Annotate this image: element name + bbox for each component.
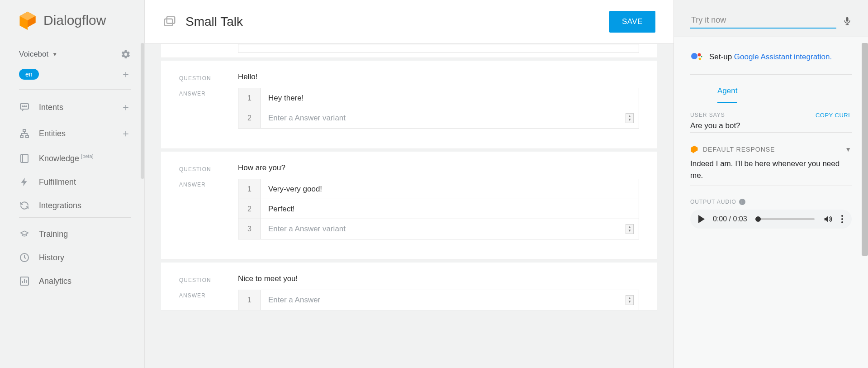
nav-label: Intents <box>39 103 112 112</box>
book-icon <box>19 153 30 164</box>
main: Small Talk SAVE QUESTION Hello! ANSWER 1 <box>145 0 674 368</box>
response-source[interactable]: DEFAULT RESPONSE ▼ <box>690 145 852 153</box>
nav-intents[interactable]: Intents ＋ <box>0 94 144 120</box>
user-says-text: Are you a bot? <box>690 121 852 133</box>
agent-name: Voicebot <box>19 50 48 59</box>
answer-index: 3 <box>238 219 261 239</box>
svg-point-15 <box>691 53 697 59</box>
divider <box>690 74 852 75</box>
answer-index: 1 <box>238 88 261 108</box>
answer-placeholder[interactable]: Enter a Answer variant <box>261 219 621 239</box>
svg-point-16 <box>698 53 701 57</box>
nav-entities[interactable]: Entities ＋ <box>0 120 144 147</box>
google-assistant-link[interactable]: Google Assistant integration. <box>734 53 832 61</box>
svg-rect-13 <box>165 19 173 26</box>
qa-list: QUESTION Hello! ANSWER 1 Hey there! 2 En… <box>145 44 674 368</box>
kebab-icon[interactable] <box>841 215 844 224</box>
try-it-input[interactable] <box>690 13 836 29</box>
answer-row-new[interactable]: 2 Enter a Answer variant ▲▼ <box>238 108 639 128</box>
hierarchy-icon <box>19 128 30 139</box>
qa-card-partial <box>161 44 657 58</box>
audio-scrubber[interactable] <box>755 218 815 220</box>
answer-stepper[interactable]: ▲▼ <box>621 219 639 239</box>
answer-row-new[interactable]: 3 Enter a Answer variant ▲▼ <box>238 219 639 239</box>
page-title: Small Talk <box>185 14 243 29</box>
save-button[interactable]: SAVE <box>609 11 655 33</box>
google-assistant-row: Set-up Google Assistant integration. <box>690 46 852 74</box>
graduation-cap-icon <box>19 229 30 239</box>
nav-integrations[interactable]: Integrations <box>0 194 144 217</box>
microphone-icon[interactable] <box>843 15 852 27</box>
bar-chart-icon <box>19 276 30 287</box>
output-audio-label: OUTPUT AUDIO i <box>690 199 852 205</box>
google-assistant-icon <box>690 51 703 63</box>
answer-placeholder[interactable]: Enter a Answer <box>261 290 621 310</box>
qa-card: QUESTION Hello! ANSWER 1 Hey there! 2 En… <box>161 61 657 149</box>
volume-icon[interactable] <box>823 214 833 224</box>
brand-name: Dialogflow <box>43 13 106 28</box>
nav-label: History <box>39 253 131 263</box>
gear-icon[interactable] <box>121 49 131 59</box>
nav-analytics[interactable]: Analytics <box>0 269 144 293</box>
answer-table-edge <box>238 44 639 53</box>
nav-history[interactable]: History <box>0 246 144 269</box>
audio-player: 0:00 / 0:03 <box>690 210 852 229</box>
answer-stepper[interactable]: ▲▼ <box>621 290 639 310</box>
answer-text[interactable]: Hey there! <box>261 88 639 108</box>
question-label: QUESTION <box>179 274 224 283</box>
nav-label: Training <box>39 229 131 239</box>
play-button[interactable] <box>698 215 705 223</box>
qa-card: QUESTION Nice to meet you! ANSWER 1 Ente… <box>161 263 657 311</box>
answer-text[interactable]: Perfect! <box>261 199 639 219</box>
copy-curl-button[interactable]: COPY CURL <box>816 112 852 119</box>
dialogflow-mini-icon <box>690 145 698 153</box>
chevron-down-icon: ▼ <box>845 146 852 153</box>
smalltalk-icon <box>163 15 176 29</box>
question-text: Nice to meet you! <box>238 274 298 283</box>
add-entity-button[interactable]: ＋ <box>121 127 131 140</box>
agent-tab[interactable]: Agent <box>717 80 737 103</box>
nav-fulfillment[interactable]: Fulfillment <box>0 170 144 194</box>
answer-label: ANSWER <box>179 179 224 188</box>
svg-point-5 <box>24 106 25 107</box>
nav-label: Analytics <box>39 277 131 286</box>
svg-point-21 <box>841 218 843 220</box>
svg-rect-14 <box>167 17 175 24</box>
answer-row[interactable]: 1 Very-very good! <box>238 179 639 199</box>
question-label: QUESTION <box>179 163 224 172</box>
chevron-down-icon: ▼ <box>52 51 57 57</box>
main-header: Small Talk SAVE <box>145 0 674 44</box>
agent-selector[interactable]: Voicebot ▼ <box>0 41 144 64</box>
nav-knowledge[interactable]: Knowledge[beta] <box>0 147 144 170</box>
answer-stepper[interactable]: ▲▼ <box>621 108 639 128</box>
answer-placeholder[interactable]: Enter a Answer variant <box>261 108 621 128</box>
nav-label: Entities <box>39 129 112 139</box>
language-pill[interactable]: en <box>19 69 39 80</box>
add-language-button[interactable]: ＋ <box>121 67 131 81</box>
answer-table: 1 Enter a Answer ▲▼ <box>238 290 639 310</box>
svg-rect-9 <box>26 135 28 138</box>
add-intent-button[interactable]: ＋ <box>121 100 131 114</box>
setup-text: Set-up Google Assistant integration. <box>709 53 832 62</box>
svg-rect-8 <box>20 135 23 138</box>
answer-index: 2 <box>238 199 261 219</box>
question-text: How are you? <box>238 163 285 172</box>
answer-row[interactable]: 1 Hey there! <box>238 88 639 108</box>
tester-body: Set-up Google Assistant integration. Age… <box>674 37 868 238</box>
brand-row: Dialogflow <box>0 0 144 41</box>
info-icon[interactable]: i <box>739 199 745 205</box>
scrollbar[interactable] <box>141 43 144 179</box>
chat-icon <box>19 102 30 113</box>
svg-marker-19 <box>691 146 698 153</box>
svg-point-18 <box>701 56 702 57</box>
response-text: Indeed I am. I'll be here whenever you n… <box>690 158 852 186</box>
nav-training[interactable]: Training <box>0 222 144 246</box>
answer-row[interactable]: 2 Perfect! <box>238 199 639 219</box>
answer-label: ANSWER <box>179 88 224 97</box>
clock-icon <box>19 252 30 263</box>
answer-text[interactable]: Very-very good! <box>261 179 639 199</box>
sync-icon <box>19 200 30 211</box>
question-text: Hello! <box>238 72 257 81</box>
answer-row-new[interactable]: 1 Enter a Answer ▲▼ <box>238 290 639 310</box>
answer-index: 1 <box>238 290 261 310</box>
